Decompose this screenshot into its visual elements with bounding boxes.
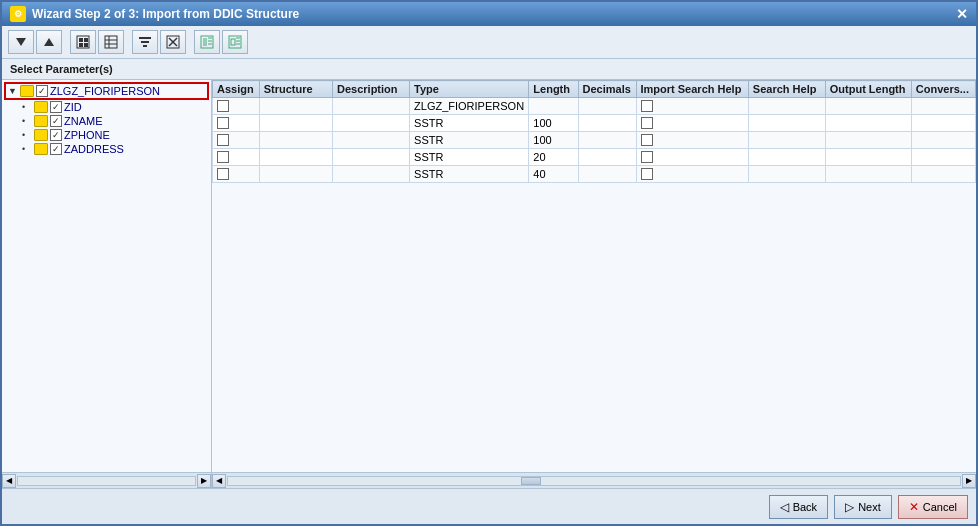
next-icon: ▷ — [845, 500, 854, 514]
collapse-tree-btn[interactable] — [36, 30, 62, 54]
svg-rect-6 — [84, 43, 88, 47]
right-panel: Assign Structure Description Type Length… — [212, 80, 976, 472]
cell-import-3[interactable] — [636, 132, 748, 149]
cell-assign-1[interactable] — [213, 98, 260, 115]
tree-root-node[interactable]: ▼ ✓ ZLGZ_FIORIPERSON — [4, 82, 209, 100]
cell-convers-3 — [911, 132, 975, 149]
cell-decimals-5 — [578, 166, 636, 183]
cell-outputlength-3 — [825, 132, 911, 149]
row-checkbox-5[interactable] — [217, 168, 229, 180]
data-table: Assign Structure Description Type Length… — [212, 80, 976, 183]
back-icon: ◁ — [780, 500, 789, 514]
back-button[interactable]: ◁ Back — [769, 495, 828, 519]
svg-rect-3 — [79, 38, 83, 42]
right-scrollbar: ◀ ▶ — [212, 473, 976, 488]
svg-rect-13 — [143, 45, 147, 47]
deselect-btn[interactable] — [160, 30, 186, 54]
row-checkbox-3[interactable] — [217, 134, 229, 146]
child-nodes: • ✓ ZID • ✓ ZNAME • ✓ — [20, 100, 209, 156]
import-checkbox-5[interactable] — [641, 168, 653, 180]
cell-convers-4 — [911, 149, 975, 166]
child-folder-icon-1 — [34, 101, 48, 113]
cell-assign-2[interactable] — [213, 115, 260, 132]
row-checkbox-2[interactable] — [217, 117, 229, 129]
col-header-import-search-help[interactable]: Import Search Help — [636, 81, 748, 98]
scroll-right-btn[interactable]: ▶ — [197, 474, 211, 488]
info-btn[interactable] — [194, 30, 220, 54]
right-scroll-track[interactable] — [227, 476, 961, 486]
child-expand-icon-2: • — [22, 116, 32, 126]
col-header-length[interactable]: Length — [529, 81, 578, 98]
child-label-4: ZADDRESS — [64, 143, 124, 155]
scroll-left2-btn[interactable]: ◀ — [212, 474, 226, 488]
filter-btn[interactable] — [132, 30, 158, 54]
select-all-btn[interactable] — [70, 30, 96, 54]
cancel-button[interactable]: ✕ Cancel — [898, 495, 968, 519]
import-checkbox-4[interactable] — [641, 151, 653, 163]
cell-type-2: SSTR — [410, 115, 529, 132]
child-checkbox-4[interactable]: ✓ — [50, 143, 62, 155]
scroll-left-btn[interactable]: ◀ — [2, 474, 16, 488]
root-checkbox[interactable]: ✓ — [36, 85, 48, 97]
tree-area: ▼ ✓ ZLGZ_FIORIPERSON • ✓ ZID • — [2, 80, 211, 158]
svg-rect-26 — [231, 39, 235, 45]
cell-convers-1 — [911, 98, 975, 115]
next-label: Next — [858, 501, 881, 513]
cell-type-3: SSTR — [410, 132, 529, 149]
col-header-type[interactable]: Type — [410, 81, 529, 98]
cell-searchhelp-4 — [748, 149, 825, 166]
grid-btn[interactable] — [98, 30, 124, 54]
col-header-decimals[interactable]: Decimals — [578, 81, 636, 98]
col-header-assign[interactable]: Assign — [213, 81, 260, 98]
tree-child-node[interactable]: • ✓ ZID — [20, 100, 209, 114]
col-header-description[interactable]: Description — [333, 81, 410, 98]
left-scrollbar: ◀ ▶ — [2, 473, 212, 488]
main-window: ⚙ Wizard Step 2 of 3: Import from DDIC S… — [0, 0, 978, 526]
next-button[interactable]: ▷ Next — [834, 495, 892, 519]
cell-assign-3[interactable] — [213, 132, 260, 149]
svg-rect-5 — [79, 43, 83, 47]
col-header-convers[interactable]: Convers... — [911, 81, 975, 98]
cell-decimals-2 — [578, 115, 636, 132]
cell-structure-3 — [259, 132, 332, 149]
left-panel: ▼ ✓ ZLGZ_FIORIPERSON • ✓ ZID • — [2, 80, 212, 472]
svg-rect-4 — [84, 38, 88, 42]
cell-description-3 — [333, 132, 410, 149]
col-header-structure[interactable]: Structure — [259, 81, 332, 98]
child-checkbox-2[interactable]: ✓ — [50, 115, 62, 127]
close-button[interactable]: ✕ — [956, 7, 968, 21]
cell-import-2[interactable] — [636, 115, 748, 132]
cell-structure-2 — [259, 115, 332, 132]
cell-searchhelp-3 — [748, 132, 825, 149]
tree-child-node[interactable]: • ✓ ZPHONE — [20, 128, 209, 142]
child-checkbox-3[interactable]: ✓ — [50, 129, 62, 141]
import-checkbox-3[interactable] — [641, 134, 653, 146]
row-checkbox-4[interactable] — [217, 151, 229, 163]
content-area: ▼ ✓ ZLGZ_FIORIPERSON • ✓ ZID • — [2, 80, 976, 472]
import-checkbox-2[interactable] — [641, 117, 653, 129]
expand-tree-btn[interactable] — [8, 30, 34, 54]
export-btn[interactable] — [222, 30, 248, 54]
cell-import-5[interactable] — [636, 166, 748, 183]
row-checkbox-1[interactable] — [217, 100, 229, 112]
cell-assign-5[interactable] — [213, 166, 260, 183]
child-label-2: ZNAME — [64, 115, 103, 127]
scroll-right2-btn[interactable]: ▶ — [962, 474, 976, 488]
col-header-output-length[interactable]: Output Length — [825, 81, 911, 98]
cell-import-4[interactable] — [636, 149, 748, 166]
tree-child-node[interactable]: • ✓ ZADDRESS — [20, 142, 209, 156]
child-checkbox-1[interactable]: ✓ — [50, 101, 62, 113]
tree-child-node[interactable]: • ✓ ZNAME — [20, 114, 209, 128]
window-icon: ⚙ — [10, 6, 26, 22]
import-checkbox-1[interactable] — [641, 100, 653, 112]
col-header-search-help[interactable]: Search Help — [748, 81, 825, 98]
left-scroll-track[interactable] — [17, 476, 196, 486]
cell-import-1[interactable] — [636, 98, 748, 115]
cell-searchhelp-1 — [748, 98, 825, 115]
table-row: SSTR 100 — [213, 115, 976, 132]
cell-description-2 — [333, 115, 410, 132]
select-params-label: Select Parameter(s) — [2, 59, 976, 80]
cell-assign-4[interactable] — [213, 149, 260, 166]
bottom-bar: ◁ Back ▷ Next ✕ Cancel — [2, 488, 976, 524]
cell-decimals-3 — [578, 132, 636, 149]
